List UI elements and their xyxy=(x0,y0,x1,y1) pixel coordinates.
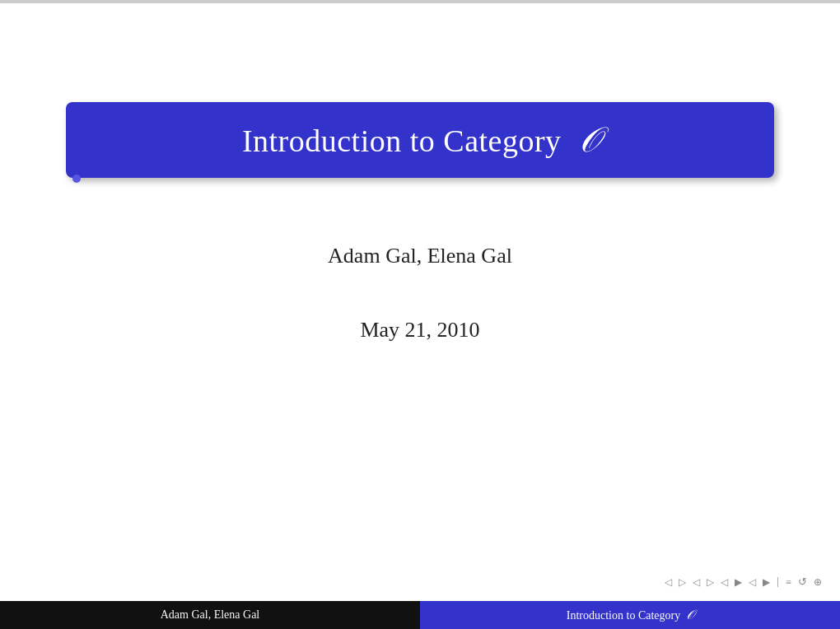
nav-prev-slide[interactable]: ◁ xyxy=(691,575,702,589)
nav-next-subsection[interactable]: ▶ xyxy=(761,575,772,589)
nav-controls: ◁ ▷ ◁ ▷ ◁ ▶ ◁ ▶ ≡ ↺ ⊕ xyxy=(663,575,824,589)
nav-prev-frame[interactable]: ◁ xyxy=(663,575,674,589)
title-symbol: 𝒪 xyxy=(578,121,599,159)
nav-toc-icon[interactable]: ≡ xyxy=(784,575,793,589)
footer-title: Introduction to Category 𝒪 xyxy=(567,608,693,622)
main-content: Introduction to Category 𝒪 Adam Gal, Ele… xyxy=(0,3,840,629)
slide-title: Introduction to Category 𝒪 xyxy=(242,123,598,158)
slide-container: Introduction to Category 𝒪 Adam Gal, Ele… xyxy=(0,0,840,629)
nav-search-icon[interactable]: ↺ xyxy=(796,575,809,589)
date-section: May 21, 2010 xyxy=(360,318,479,342)
footer-bar: Adam Gal, Elena Gal Introduction to Cate… xyxy=(0,601,840,629)
footer-left: Adam Gal, Elena Gal xyxy=(0,601,420,629)
author-section: Adam Gal, Elena Gal xyxy=(328,244,512,268)
title-banner: Introduction to Category 𝒪 xyxy=(66,102,774,178)
nav-zoom-icon[interactable]: ⊕ xyxy=(812,575,824,589)
footer-title-symbol: 𝒪 xyxy=(686,608,693,622)
nav-next-frame[interactable]: ▷ xyxy=(677,575,688,589)
nav-prev-subsection[interactable]: ◁ xyxy=(747,575,758,589)
nav-separator xyxy=(777,577,778,587)
slide-date: May 21, 2010 xyxy=(360,318,479,342)
nav-next-slide[interactable]: ▷ xyxy=(705,575,716,589)
nav-prev-section[interactable]: ◁ xyxy=(719,575,730,589)
nav-next-section[interactable]: ▶ xyxy=(733,575,744,589)
footer-right: Introduction to Category 𝒪 xyxy=(420,601,840,629)
footer-author: Adam Gal, Elena Gal xyxy=(161,608,260,622)
author-name: Adam Gal, Elena Gal xyxy=(328,244,512,268)
